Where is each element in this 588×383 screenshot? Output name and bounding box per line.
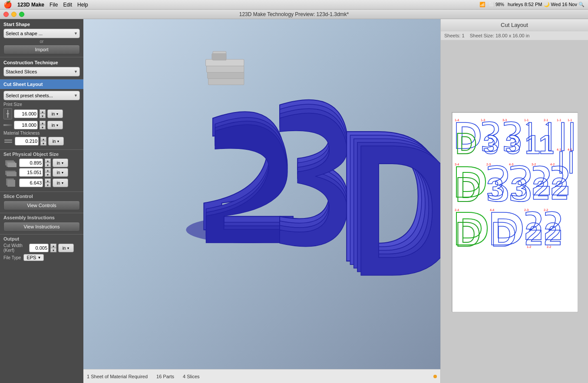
file-type-dropdown[interactable]: EPS ▼: [23, 254, 44, 261]
app-body: Start Shape Select a shape ... ▼ or Impo…: [0, 19, 588, 383]
depth-icon: [4, 158, 17, 167]
cut-layout-header: Cut Layout: [441, 19, 588, 31]
start-shape-dropdown[interactable]: Select a shape ... ▼: [3, 29, 80, 38]
menu-file[interactable]: File: [50, 2, 58, 8]
sheets-value: 1: [462, 33, 464, 38]
width-phys-stepper: ▲ ▼: [45, 168, 51, 177]
dropdown-arrow3: ▼: [74, 93, 78, 98]
height-up[interactable]: ▲: [40, 109, 46, 114]
svg-rect-9: [207, 66, 244, 72]
preset-sheets-dropdown[interactable]: Select preset sheets... ▼: [3, 91, 80, 100]
construction-technique-dropdown[interactable]: Stacked Slices ▼: [3, 67, 80, 76]
user-name: hurleys 8:52 PM 🌙 Wed 16 Nov 🔍: [508, 2, 585, 7]
svg-text:3-4: 3-4: [455, 163, 459, 166]
cut-width-up[interactable]: ▲: [50, 244, 56, 248]
menubar: 🍎 123D Make File Edit Help 📶 ⬜ 98% hurle…: [0, 0, 588, 10]
cut-width-down[interactable]: ▼: [50, 248, 56, 252]
svg-text:3: 3: [505, 129, 520, 159]
depth-down[interactable]: ▼: [45, 163, 51, 167]
dropdown-arrow2: ▼: [74, 69, 78, 74]
width-phys-down[interactable]: ▼: [45, 172, 51, 177]
thickness-unit[interactable]: in ▼: [48, 137, 64, 145]
depth-unit[interactable]: in ▼: [53, 158, 68, 167]
status-bar: 1 Sheet of Material Required 16 Parts 4 …: [83, 369, 440, 383]
height-unit[interactable]: in ▼: [47, 109, 63, 118]
titlebar: 123D Make Technology Preview: 123d-1.3dm…: [0, 10, 588, 19]
svg-text:1: 1: [539, 129, 554, 159]
traffic-lights: [3, 12, 24, 17]
or-label: or: [3, 39, 80, 44]
battery-indicator: ⬜ 98%: [489, 2, 504, 7]
height-input[interactable]: [14, 109, 38, 118]
cut-layout-svg: 1-4 1-3 3-3 1-1: [452, 112, 578, 312]
view-instructions-button[interactable]: View Instructions: [3, 222, 80, 231]
cut-width-input[interactable]: [29, 244, 49, 252]
width-phys-row: ▲ ▼ in ▼: [3, 168, 80, 177]
svg-text:4-2: 4-2: [550, 163, 555, 166]
view-controls-button[interactable]: View Controls: [3, 201, 80, 210]
height-phys-stepper: ▲ ▼: [45, 178, 51, 187]
thickness-down[interactable]: ▼: [40, 141, 46, 145]
svg-text:4-3: 4-3: [509, 163, 513, 166]
menu-help[interactable]: Help: [77, 2, 88, 8]
right-panel: Cut Layout Sheets: 1 Sheet Size: 18.00 x…: [440, 19, 588, 383]
height-phys-down[interactable]: ▼: [45, 183, 51, 187]
parts-count: 16 Parts: [156, 374, 174, 379]
cut-sheet: 1-4 1-3 3-3 1-1: [452, 112, 578, 312]
import-button[interactable]: Import: [3, 45, 80, 54]
svg-text:2-2: 2-2: [544, 208, 548, 211]
height-phys-unit[interactable]: in ▼: [53, 178, 68, 187]
svg-text:2-2: 2-2: [547, 245, 551, 248]
output-title: Output: [3, 236, 80, 241]
right-panel-info: Sheets: 1 Sheet Size: 18.00 x 16.00 in: [441, 31, 588, 40]
depth-row: ▲ ▼ in ▼: [3, 158, 80, 167]
height-phys-input[interactable]: [19, 178, 43, 187]
svg-text:3-3: 3-3: [502, 119, 507, 122]
width-stepper: ▲ ▼: [40, 121, 46, 129]
svg-text:1-1: 1-1: [568, 119, 572, 122]
sheet-size-value: 18.00 x 16.00 in: [496, 33, 529, 38]
depth-stepper: ▲ ▼: [45, 158, 51, 167]
height-down[interactable]: ▼: [40, 114, 46, 118]
svg-text:1-4: 1-4: [455, 119, 459, 122]
svg-text:2-3: 2-3: [524, 208, 529, 211]
svg-text:1: 1: [525, 129, 540, 159]
width-up[interactable]: ▲: [40, 121, 46, 125]
dropdown-arrow: ▼: [74, 31, 78, 36]
maximize-button[interactable]: [19, 12, 24, 17]
cut-layout-canvas[interactable]: 1-4 1-3 3-3 1-1: [441, 40, 588, 383]
height-phys-row: ▲ ▼ in ▼: [3, 178, 80, 188]
svg-text:3: 3: [483, 129, 498, 159]
sidebar: Start Shape Select a shape ... ▼ or Impo…: [0, 19, 83, 383]
slices-count: 4 Slices: [183, 374, 200, 379]
depth-up[interactable]: ▲: [45, 158, 51, 163]
width-down[interactable]: ▼: [40, 125, 46, 129]
wifi-icon: 📶: [479, 2, 486, 7]
svg-rect-2: [8, 163, 17, 167]
viewport[interactable]: [83, 19, 440, 369]
svg-text:1-2: 1-2: [527, 245, 531, 248]
apple-icon[interactable]: 🍎: [3, 0, 12, 9]
svg-rect-4: [7, 172, 17, 176]
material-thickness-label: Material Thickness: [3, 131, 80, 135]
width-phys-input[interactable]: [19, 168, 43, 177]
thickness-up[interactable]: ▲: [40, 137, 46, 141]
width-phys-unit[interactable]: in ▼: [53, 168, 68, 177]
svg-text:D: D: [491, 215, 516, 254]
svg-text:D: D: [456, 215, 481, 254]
svg-rect-6: [7, 180, 15, 187]
sheets-required: 1 Sheet of Material Required: [87, 374, 148, 379]
menu-edit[interactable]: Edit: [63, 2, 72, 8]
width-unit[interactable]: in ▼: [47, 121, 63, 129]
model-3d: [83, 19, 440, 369]
height-phys-up[interactable]: ▲: [45, 178, 51, 183]
menubar-right: 📶 ⬜ 98% hurleys 8:52 PM 🌙 Wed 16 Nov 🔍: [479, 2, 585, 7]
thickness-input[interactable]: [15, 137, 39, 145]
width-phys-up[interactable]: ▲: [45, 168, 51, 172]
cut-width-unit[interactable]: in ▼: [58, 244, 74, 252]
close-button[interactable]: [3, 12, 9, 17]
depth-input[interactable]: [19, 158, 43, 167]
minimize-button[interactable]: [11, 12, 17, 17]
width-input[interactable]: [14, 121, 38, 129]
cut-layout-title: Cut Layout: [501, 22, 528, 28]
